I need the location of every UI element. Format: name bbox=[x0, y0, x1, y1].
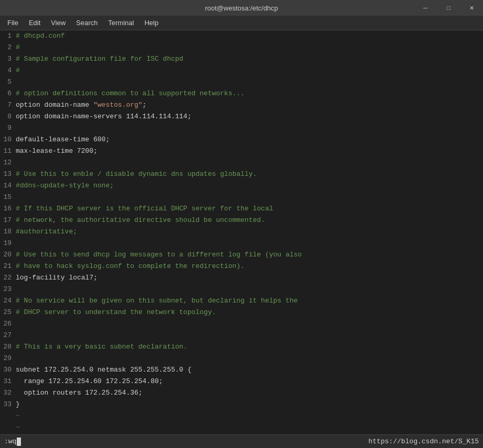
code-area[interactable]: 1# dhcpd.conf2#3# Sample configuration f… bbox=[0, 30, 483, 434]
line-content: # Use this to send dhcp log messages to … bbox=[16, 249, 302, 261]
line-content: range 172.25.254.60 172.25.254.80; bbox=[16, 376, 163, 387]
table-row: 1# dhcpd.conf bbox=[0, 30, 483, 42]
line-number: 30 bbox=[0, 364, 16, 376]
table-row: 23 bbox=[0, 284, 483, 295]
line-number: 4 bbox=[0, 65, 16, 76]
url-display: https://blog.csdn.net/S_K15 bbox=[368, 438, 479, 445]
table-row: 4# bbox=[0, 65, 483, 76]
minimize-button[interactable]: ─ bbox=[414, 0, 437, 16]
menu-view[interactable]: View bbox=[46, 17, 71, 29]
line-number: 11 bbox=[0, 145, 16, 157]
menu-help[interactable]: Help bbox=[139, 17, 164, 29]
table-row: 5 bbox=[0, 76, 483, 88]
line-content: option domain-name "westos.org"; bbox=[16, 99, 147, 111]
command-line: :wq bbox=[4, 438, 21, 446]
tilde-line: ~ bbox=[0, 410, 483, 422]
menu-terminal[interactable]: Terminal bbox=[103, 17, 139, 29]
line-content: } bbox=[16, 399, 20, 410]
menu-bar: File Edit View Search Terminal Help bbox=[0, 16, 483, 30]
line-content: option routers 172.25.254.36; bbox=[16, 387, 142, 399]
line-content: log-facility local7; bbox=[16, 272, 97, 284]
line-content: # have to hack syslog.conf to complete t… bbox=[16, 261, 245, 272]
table-row: 3# Sample configuration file for ISC dhc… bbox=[0, 53, 483, 65]
table-row: 30subnet 172.25.254.0 netmask 255.255.25… bbox=[0, 364, 483, 376]
line-number: 13 bbox=[0, 169, 16, 180]
table-row: 18#authoritative; bbox=[0, 226, 483, 238]
table-row: 7option domain-name "westos.org"; bbox=[0, 99, 483, 111]
line-content: # DHCP server to understand the network … bbox=[16, 307, 216, 318]
line-content: # This is a very basic subnet declaratio… bbox=[16, 341, 188, 353]
table-row: 27 bbox=[0, 330, 483, 341]
menu-edit[interactable]: Edit bbox=[24, 17, 46, 29]
table-row: 21# have to hack syslog.conf to complete… bbox=[0, 261, 483, 272]
table-row: 32 option routers 172.25.254.36; bbox=[0, 387, 483, 399]
line-number: 22 bbox=[0, 272, 16, 284]
line-number: 8 bbox=[0, 111, 16, 122]
line-number: 23 bbox=[0, 284, 16, 295]
status-bar: :wq https://blog.csdn.net/S_K15 bbox=[0, 434, 483, 448]
line-content: # dhcpd.conf bbox=[16, 30, 65, 42]
line-number: 32 bbox=[0, 387, 16, 399]
table-row: 25# DHCP server to understand the networ… bbox=[0, 307, 483, 318]
line-number: 3 bbox=[0, 53, 16, 65]
table-row: 13# Use this to enble / disable dynamic … bbox=[0, 169, 483, 180]
line-number: 29 bbox=[0, 353, 16, 364]
table-row: 9 bbox=[0, 122, 483, 134]
table-row: 2# bbox=[0, 42, 483, 53]
line-content: max-lease-time 7200; bbox=[16, 145, 97, 157]
line-number: 20 bbox=[0, 249, 16, 261]
table-row: 28# This is a very basic subnet declarat… bbox=[0, 341, 483, 353]
line-number: 24 bbox=[0, 295, 16, 307]
line-number: 26 bbox=[0, 318, 16, 330]
table-row: 17# network, the authoritative directive… bbox=[0, 215, 483, 226]
line-number: 12 bbox=[0, 157, 16, 169]
line-number: 10 bbox=[0, 134, 16, 145]
table-row: 29 bbox=[0, 353, 483, 364]
table-row: 31 range 172.25.254.60 172.25.254.80; bbox=[0, 376, 483, 387]
line-number: 28 bbox=[0, 341, 16, 353]
table-row: 26 bbox=[0, 318, 483, 330]
maximize-button[interactable]: □ bbox=[437, 0, 460, 16]
line-content: # network, the authoritative directive s… bbox=[16, 215, 265, 226]
table-row: 15 bbox=[0, 192, 483, 203]
line-number: 9 bbox=[0, 122, 16, 134]
table-row: 20# Use this to send dhcp log messages t… bbox=[0, 249, 483, 261]
line-content: #ddns-update-style none; bbox=[16, 180, 114, 192]
line-content: # bbox=[16, 65, 20, 76]
table-row: 19 bbox=[0, 238, 483, 249]
table-row: 12 bbox=[0, 157, 483, 169]
close-button[interactable]: ✕ bbox=[460, 0, 483, 16]
command-text: :wq bbox=[4, 438, 16, 445]
line-content: subnet 172.25.254.0 netmask 255.255.255.… bbox=[16, 364, 191, 376]
line-content: # Sample configuration file for ISC dhcp… bbox=[16, 53, 183, 65]
line-content: # If this DHCP server is the official DH… bbox=[16, 203, 273, 215]
line-content: # Use this to enble / disable dynamic dn… bbox=[16, 169, 257, 180]
line-number: 5 bbox=[0, 76, 16, 88]
window-title: root@westosa:/etc/dhcp bbox=[205, 4, 278, 12]
line-number: 25 bbox=[0, 307, 16, 318]
line-number: 14 bbox=[0, 180, 16, 192]
table-row: 10default-lease-time 600; bbox=[0, 134, 483, 145]
line-number: 17 bbox=[0, 215, 16, 226]
editor: 1# dhcpd.conf2#3# Sample configuration f… bbox=[0, 30, 483, 434]
line-content: # option definitions common to all suppo… bbox=[16, 88, 245, 99]
table-row: 16# If this DHCP server is the official … bbox=[0, 203, 483, 215]
menu-search[interactable]: Search bbox=[71, 17, 103, 29]
title-bar: root@westosa:/etc/dhcp ─ □ ✕ bbox=[0, 0, 483, 16]
line-number: 1 bbox=[0, 30, 16, 42]
line-number: 19 bbox=[0, 238, 16, 249]
table-row: 8option domain-name-servers 114.114.114.… bbox=[0, 111, 483, 122]
line-content: # No service will be given on this subne… bbox=[16, 295, 298, 307]
table-row: 11max-lease-time 7200; bbox=[0, 145, 483, 157]
line-number: 7 bbox=[0, 99, 16, 111]
table-row: 6# option definitions common to all supp… bbox=[0, 88, 483, 99]
line-number: 6 bbox=[0, 88, 16, 99]
line-number: 31 bbox=[0, 376, 16, 387]
menu-file[interactable]: File bbox=[2, 17, 24, 29]
line-number: 21 bbox=[0, 261, 16, 272]
tilde-line: ~ bbox=[0, 422, 483, 433]
line-content: # bbox=[16, 42, 20, 53]
table-row: 22log-facility local7; bbox=[0, 272, 483, 284]
line-content: #authoritative; bbox=[16, 226, 77, 238]
cursor bbox=[17, 438, 21, 446]
